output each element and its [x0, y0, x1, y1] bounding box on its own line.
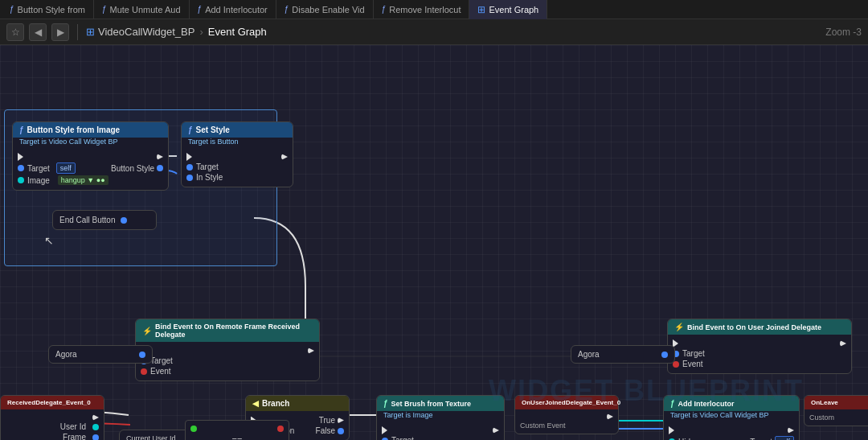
node-header: ƒ Set Style — [182, 122, 293, 138]
hangup-tag: hangup ▼ ●● — [58, 175, 108, 185]
function-icon: ƒ — [670, 399, 675, 408]
frame-pin — [92, 434, 99, 441]
blueprint-canvas[interactable]: ƒ Button Style from Image Target is Vide… — [0, 45, 868, 440]
node-agora-1[interactable]: Agora — [48, 345, 153, 364]
breadcrumb: ⊞ VideoCallWidget_BP › Event Graph — [86, 26, 267, 38]
node-bind-event-joined[interactable]: ⚡ Bind Event to On User Joined Delegate … — [667, 319, 852, 374]
instyle-pin — [186, 175, 193, 181]
node-received-delegate[interactable]: ReceivedDelegate_Event_0 User Id Frame — [0, 395, 104, 440]
tab-icon-4: ƒ — [382, 5, 387, 14]
target-row: Target — [186, 162, 288, 171]
userid-pin — [92, 424, 99, 430]
node-body: Custom Event — [515, 409, 618, 434]
function-icon: ƒ — [383, 399, 388, 408]
tab-icon-1: ƒ — [102, 5, 107, 14]
target-row: Target — [141, 356, 314, 365]
star-button[interactable]: ☆ — [6, 23, 24, 41]
node-header: ⚡ Bind Event to On Remote Frame Received… — [136, 319, 319, 342]
instyle-row: In Style — [186, 173, 288, 182]
false-out-pin — [338, 428, 344, 434]
node-agora-2[interactable]: Agora — [571, 345, 675, 364]
node-set-style[interactable]: ƒ Set Style Target is Button Target In S… — [181, 121, 293, 187]
tab-remove-interlocut[interactable]: ƒ Remove Interlocut — [374, 0, 470, 19]
tab-add-interlocutor[interactable]: ƒ Add Interlocutor — [190, 0, 276, 19]
button-style-out-pin — [157, 165, 163, 171]
node-header: ƒ Set Brush from Texture — [377, 396, 504, 411]
exec-row — [141, 347, 314, 355]
function-icon: ƒ — [19, 125, 24, 134]
node-body: Uid Target self Elapsed — [664, 421, 799, 440]
exec-out-pin — [308, 347, 314, 354]
node-body: Target Event — [136, 342, 319, 380]
node-header: ⚡ Bind Event to On User Joined Delegate — [668, 319, 851, 335]
node-end-call-button[interactable]: End Call Button — [52, 210, 157, 230]
node-header: OnLeave — [805, 396, 868, 409]
node-onuser-joined[interactable]: OnUserJoinedDelegate_Event_0 Custom Even… — [514, 395, 619, 434]
exec-out-pin — [281, 154, 288, 160]
target-pin — [18, 165, 24, 171]
node-body: Target Event — [668, 335, 851, 373]
node-header: OnUserJoinedDelegate_Event_0 — [515, 396, 618, 409]
event-row: Event — [141, 367, 314, 376]
tab-icon-0: ƒ — [10, 5, 14, 14]
breadcrumb-bar: ☆ ◀ ▶ ⊞ VideoCallWidget_BP › Event Graph… — [0, 19, 868, 45]
node-body: User Id Frame — [1, 409, 104, 440]
exec-out-pin — [157, 154, 163, 160]
back-button[interactable]: ◀ — [29, 23, 47, 41]
exec-row — [382, 426, 499, 434]
target-row: Target — [673, 349, 846, 358]
node-bind-event-remote[interactable]: ⚡ Bind Event to On Remote Frame Received… — [135, 319, 320, 381]
exec-in-row — [18, 153, 163, 161]
exec-out-pin — [607, 413, 613, 420]
node-set-brush-texture[interactable]: ƒ Set Brush from Texture Target is Image… — [376, 395, 505, 440]
image-row: Image hangup ▼ ●● — [18, 175, 163, 185]
exec-row — [669, 426, 794, 434]
forward-button[interactable]: ▶ — [51, 23, 69, 41]
node-add-interlocutor[interactable]: ƒ Add Interlocutor Target is Video Call … — [663, 395, 800, 440]
exec-in-pin — [186, 153, 194, 161]
exec-row — [186, 153, 288, 161]
tab-bar: ƒ Button Style from ƒ Mute Unmute Aud ƒ … — [0, 0, 868, 19]
exec-in-pin — [382, 426, 390, 434]
function-icon: ƒ — [188, 125, 193, 134]
node-body: == — [186, 421, 289, 440]
zoom-label: Zoom -3 — [825, 27, 862, 38]
bind-icon: ⚡ — [142, 327, 152, 335]
node-body: Target Texture Match Size — [377, 421, 504, 440]
exec-row — [6, 414, 99, 421]
exec-out-pin — [788, 427, 794, 434]
exec-row — [673, 339, 846, 347]
node-header: ƒ Button Style from Image — [13, 122, 168, 138]
exec-out-area — [157, 154, 163, 160]
branch-icon: ◀ — [252, 399, 259, 408]
tab-event-graph[interactable]: ⊞ Event Graph — [469, 0, 547, 19]
exec-out-pin — [840, 340, 846, 347]
node-header: ◀ Branch — [246, 396, 349, 411]
agora-out-pin — [139, 352, 145, 358]
node-header: ReceivedDelegate_Event_0 — [1, 396, 104, 409]
node-body: Custom — [805, 409, 868, 426]
equals-label: == — [190, 434, 284, 440]
agora-out-pin — [661, 352, 668, 358]
tab-icon-2: ƒ — [198, 5, 203, 14]
image-pin — [18, 177, 24, 183]
event-pin — [141, 368, 147, 375]
node-onleave[interactable]: OnLeave Custom — [804, 395, 868, 426]
node-button-style-from-image[interactable]: ƒ Button Style from Image Target is Vide… — [12, 121, 169, 191]
exec-in-pin — [18, 153, 26, 161]
out-pin — [277, 426, 284, 432]
tab-mute-unmute[interactable]: ƒ Mute Unmute Aud — [94, 0, 190, 19]
exec-row — [520, 413, 613, 420]
end-call-pin — [121, 217, 127, 224]
tab-button-style[interactable]: ƒ Button Style from — [2, 0, 94, 19]
exec-out-pin — [92, 414, 99, 421]
uid-row: Uid Target self — [669, 436, 794, 440]
bind-icon: ⚡ — [674, 323, 684, 331]
exec-out-pin — [493, 427, 499, 434]
target-row: Target — [382, 436, 499, 440]
exec-in-pin — [669, 426, 677, 434]
tab-icon-3: ƒ — [285, 5, 289, 14]
tab-disable-enable[interactable]: ƒ Disabe Enable Vid — [276, 0, 374, 19]
node-equals[interactable]: == — [185, 420, 289, 440]
target-pin — [186, 164, 193, 171]
